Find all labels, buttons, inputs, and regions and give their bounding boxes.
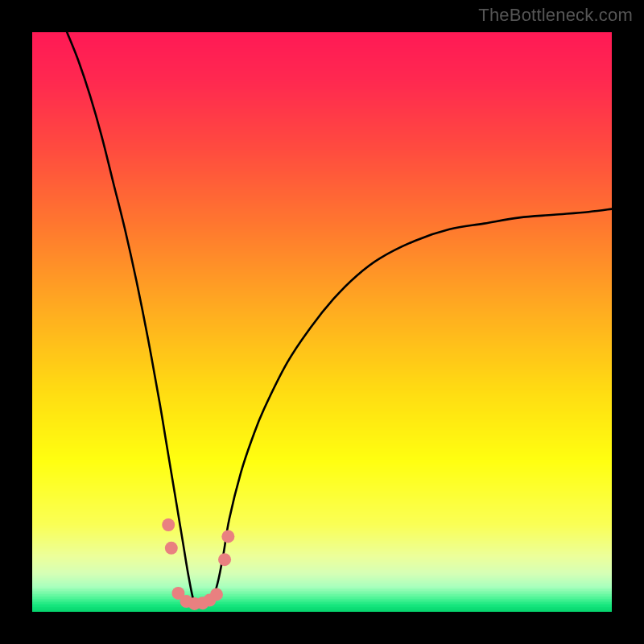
chart-frame: TheBottleneck.com bbox=[0, 0, 644, 644]
trough-markers-group bbox=[162, 518, 234, 610]
trough-marker bbox=[221, 530, 234, 543]
curve-layer bbox=[32, 32, 612, 612]
trough-marker bbox=[210, 588, 223, 601]
bottleneck-curve bbox=[67, 32, 612, 606]
watermark-text: TheBottleneck.com bbox=[478, 5, 633, 26]
trough-marker bbox=[218, 553, 231, 566]
trough-marker bbox=[162, 518, 175, 531]
trough-marker bbox=[165, 542, 178, 555]
plot-area bbox=[32, 32, 612, 612]
